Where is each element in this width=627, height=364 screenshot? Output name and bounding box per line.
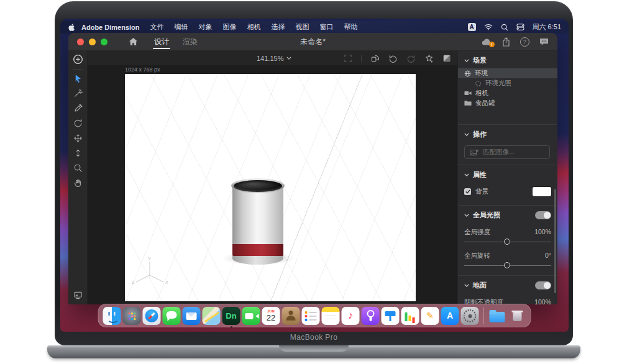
dock-icon-downloads-folder[interactable]	[488, 307, 506, 325]
add-content-button[interactable]	[73, 54, 83, 65]
properties-section-header[interactable]: 属性	[458, 165, 557, 183]
menu-object[interactable]: 对象	[199, 22, 213, 32]
camera-bookmark-icon[interactable]	[424, 54, 434, 63]
dock-icon-notes[interactable]	[322, 307, 340, 325]
slider-knob[interactable]	[504, 239, 510, 245]
eyedropper-tool[interactable]	[73, 104, 83, 113]
shadow-opacity-row: 阴影不透明度 100%	[458, 293, 557, 304]
dock-icon-safari[interactable]	[143, 307, 161, 325]
dock-icon-contacts[interactable]	[282, 307, 300, 325]
share-icon[interactable]	[502, 37, 510, 47]
dock-icon-numbers[interactable]	[401, 307, 419, 325]
global-lighting-section-header[interactable]: 全局光照	[458, 206, 557, 223]
slider-knob[interactable]	[504, 262, 510, 268]
camera-orbit-icon[interactable]	[370, 54, 380, 63]
calendar-month: JUN	[267, 309, 275, 313]
artboard[interactable]: Y X Z	[125, 74, 416, 301]
food-can-model[interactable]	[231, 178, 285, 265]
scene-section-header[interactable]: 场景	[458, 51, 557, 68]
magic-wand-tool[interactable]	[73, 89, 83, 98]
appstore-glyph: A	[447, 311, 453, 321]
cloud-sync-icon[interactable]: !	[482, 38, 492, 45]
viewport[interactable]: 1024 x 768 px Y X Z	[88, 66, 457, 304]
zoom-window-button[interactable]	[101, 39, 108, 45]
shadow-opacity-value: 100%	[534, 298, 551, 304]
dolly-tool[interactable]	[73, 148, 83, 158]
zoom-tool[interactable]	[73, 163, 83, 173]
tab-render[interactable]: 渲染	[183, 33, 198, 50]
dock-icon-system-preferences[interactable]	[461, 307, 479, 325]
close-window-button[interactable]	[77, 39, 84, 45]
dock-icon-dimension[interactable]: Dn	[222, 307, 240, 325]
dock-icon-mail[interactable]	[183, 307, 201, 325]
menu-image[interactable]: 图像	[223, 22, 237, 32]
scene-node-environment[interactable]: 环境	[458, 68, 557, 78]
menubar-app-name[interactable]: Adobe Dimension	[81, 24, 140, 31]
dock-icon-finder[interactable]	[103, 307, 121, 325]
render-preview-icon[interactable]	[442, 54, 451, 63]
dock-icon-trash[interactable]	[508, 307, 526, 325]
canvas-settings-button[interactable]	[73, 291, 83, 299]
help-icon[interactable]: ?	[520, 37, 529, 47]
dock-icon-calendar[interactable]: JUN 22	[262, 307, 280, 325]
global-intensity-row: 全局强度 100%	[458, 223, 557, 238]
dock-icon-appstore[interactable]: A	[441, 307, 459, 325]
artboard-size-label: 1024 x 768 px	[125, 66, 160, 73]
laptop-base-notch	[279, 345, 349, 352]
wifi-icon[interactable]	[484, 24, 493, 30]
dock-icon-messages[interactable]	[163, 307, 181, 325]
global-lighting-toggle[interactable]	[535, 211, 551, 219]
dock-icon-podcasts[interactable]	[362, 307, 380, 325]
background-checkbox[interactable]	[464, 188, 471, 195]
menu-edit[interactable]: 编辑	[175, 22, 188, 32]
actions-section-header[interactable]: 操作	[458, 125, 557, 142]
minimize-window-button[interactable]	[89, 39, 96, 45]
apple-menu-icon[interactable]	[68, 23, 75, 32]
menu-select[interactable]: 选择	[272, 22, 285, 32]
menu-file[interactable]: 文件	[150, 22, 164, 32]
macos-menubar: Adobe Dimension 文件 编辑 对象 图像 相机 选择 视图 窗口 …	[60, 20, 569, 34]
scene-node-food-can[interactable]: 食品罐	[458, 98, 557, 108]
scene-panel: 场景 环境 环境光照 相机	[457, 51, 557, 304]
scene-node-environment-light[interactable]: 环境光照	[458, 78, 557, 88]
dock-icon-pages[interactable]: ✎	[421, 307, 439, 325]
menu-camera[interactable]: 相机	[247, 22, 261, 32]
menu-view[interactable]: 视图	[296, 22, 309, 32]
canvas-toolbar: 141.15%	[88, 51, 457, 66]
frame-selection-icon[interactable]	[344, 54, 352, 63]
laptop-base	[47, 345, 580, 358]
select-tool[interactable]	[73, 74, 83, 83]
control-center-icon[interactable]	[516, 23, 524, 31]
dock-icon-music[interactable]: ♪	[342, 307, 360, 325]
global-rotation-slider[interactable]	[464, 262, 551, 270]
global-rotation-value: 0°	[545, 252, 551, 260]
input-source-icon[interactable]: A	[468, 23, 476, 31]
running-indicator	[231, 326, 232, 328]
scene-node-camera[interactable]: 相机	[458, 88, 557, 98]
dock-icon-maps[interactable]	[203, 307, 221, 325]
menu-window[interactable]: 窗口	[320, 22, 334, 32]
menubar-clock[interactable]: 周六 6:51	[533, 22, 561, 32]
dock-icon-facetime[interactable]	[242, 307, 260, 325]
background-color-swatch[interactable]	[533, 187, 551, 196]
feedback-icon[interactable]	[539, 38, 549, 46]
global-intensity-slider[interactable]	[464, 238, 551, 247]
ground-section-header[interactable]: 地面	[458, 276, 557, 293]
panel-scrollbar[interactable]	[554, 189, 556, 293]
home-button[interactable]	[129, 37, 138, 46]
spotlight-search-icon[interactable]	[501, 24, 508, 31]
tab-design[interactable]: 设计	[154, 33, 169, 50]
dock-icon-reminders[interactable]	[302, 307, 320, 325]
camera-undo-icon[interactable]	[388, 54, 398, 63]
dock-icon-launchpad[interactable]	[123, 307, 141, 325]
pan-tool[interactable]	[73, 134, 83, 143]
hand-tool[interactable]	[73, 178, 83, 188]
dock-icon-keynote[interactable]	[382, 307, 400, 325]
ground-toggle[interactable]	[535, 281, 551, 289]
menu-help[interactable]: 帮助	[344, 22, 358, 32]
camera-redo-icon[interactable]	[406, 54, 416, 63]
match-image-button[interactable]: 匹配图像...	[464, 145, 550, 159]
pen-glyph: ✎	[426, 311, 434, 321]
orbit-tool[interactable]	[73, 119, 83, 128]
zoom-level-dropdown[interactable]: 141.15%	[257, 55, 291, 62]
